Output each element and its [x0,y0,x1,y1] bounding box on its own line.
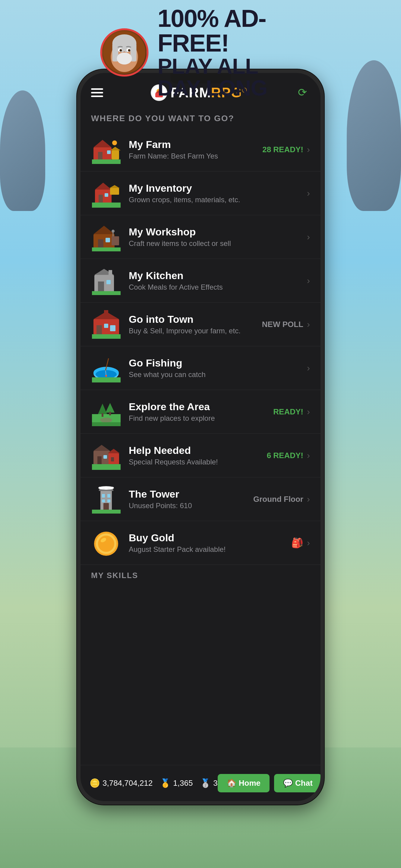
home-label: Home [239,778,260,788]
help-needed-icon [92,441,121,470]
nav-question: WHERE DO YOU WANT TO GO? [91,114,234,123]
svg-rect-42 [106,280,111,284]
svg-rect-28 [92,203,121,208]
gold-value: 1,365 [173,778,193,788]
buy-gold-chevron: › [307,538,310,548]
the-tower-icon [92,485,121,514]
phone-device: FARMRPG® ⟳ WHERE DO YOU WANT TO GO? [77,69,324,805]
my-inventory-subtitle: Grown crops, items, materials, etc. [129,195,307,204]
svg-rect-61 [102,413,103,417]
my-workshop-title: My Workshop [129,226,307,238]
buy-gold-subtitle: August Starter Pack available! [129,545,291,554]
my-kitchen-icon-container [91,266,121,296]
help-needed-icon-container [91,440,121,470]
phone-volume-down-button [77,209,79,236]
my-workshop-content: My Workshop Craft new items to collect o… [129,226,307,248]
menu-item-go-fishing[interactable]: Go Fishing See what you can catch › [81,346,320,390]
top-banner: 100% AD-FREE! PLAY ALL DAY LONG [100,6,301,99]
svg-rect-81 [107,494,110,498]
svg-marker-67 [93,445,110,451]
go-into-town-badge: NEW POLL [262,320,303,329]
avatar-image [103,31,146,73]
svg-rect-27 [104,193,108,197]
menu-item-my-workshop[interactable]: My Workshop Craft new items to collect o… [81,215,320,259]
my-farm-subtitle: Farm Name: Best Farm Yes [129,152,262,160]
go-into-town-subtitle: Buy & Sell, Improve your farm, etc. [129,327,262,335]
svg-rect-82 [102,499,105,502]
special-icon: 🥈 [200,778,211,788]
svg-rect-48 [104,324,108,328]
my-inventory-title: My Inventory [129,182,307,194]
menu-item-go-into-town[interactable]: Go into Town Buy & Sell, Improve your fa… [81,303,320,346]
the-tower-content: The Tower Unused Points: 610 [129,488,253,510]
menu-item-my-inventory[interactable]: My Inventory Grown crops, items, materia… [81,172,320,215]
explore-area-icon-container [91,397,121,427]
svg-rect-34 [105,238,110,242]
menu-item-explore-area[interactable]: Explore the Area Find new places to expl… [81,390,320,434]
chat-label: Chat [295,778,313,788]
help-needed-chevron: › [307,450,310,461]
svg-rect-86 [99,487,114,489]
go-into-town-icon [92,310,121,339]
help-needed-subtitle: Special Requests Available! [129,458,267,466]
scroll-area[interactable]: WHERE DO YOU WANT TO GO? [81,106,320,765]
bg-rocks-right [347,60,401,211]
bg-rocks-left [0,90,45,211]
my-farm-badge: 28 READY! [262,145,303,154]
my-inventory-content: My Inventory Grown crops, items, materia… [129,182,307,204]
go-into-town-chevron: › [307,319,310,330]
my-farm-title: My Farm [129,138,262,150]
svg-point-58 [105,375,107,377]
the-tower-chevron: › [307,494,310,504]
section-header: WHERE DO YOU WANT TO GO? [81,106,320,128]
svg-rect-68 [97,456,102,465]
my-farm-content: My Farm Farm Name: Best Farm Yes [129,138,262,160]
my-kitchen-subtitle: Cook Meals for Active Effects [129,283,307,291]
phone-volume-up-button [77,176,79,203]
chat-button[interactable]: 💬 Chat [274,774,320,792]
menu-item-buy-gold[interactable]: Buy Gold August Starter Pack available! … [81,521,320,565]
svg-rect-50 [92,334,121,339]
my-farm-chevron: › [307,144,310,155]
my-workshop-icon [92,223,121,251]
gold-icon: 🥇 [160,778,171,788]
home-button[interactable]: 🏠 Home [218,774,270,792]
menu-item-my-farm[interactable]: My Farm Farm Name: Best Farm Yes 28 READ… [81,128,320,172]
go-into-town-title: Go into Town [129,313,262,325]
buy-gold-badge: 🎒 [291,537,303,549]
svg-rect-19 [107,150,111,154]
my-kitchen-icon [92,267,121,295]
phone-power-button [322,163,324,187]
menu-item-the-tower[interactable]: The Tower Unused Points: 610 Ground Floo… [81,477,320,521]
currency-group: 🪙 3,784,704,212 🥇 1,365 🥈 3 [90,778,218,788]
go-fishing-content: Go Fishing See what you can catch [129,357,307,379]
banner-title: 100% AD-FREE! [158,6,301,56]
svg-rect-43 [92,291,121,295]
go-fishing-title: Go Fishing [129,357,307,369]
go-into-town-icon-container [91,309,121,339]
my-inventory-icon-container [91,178,121,208]
currency-gold: 🥇 1,365 [160,778,193,788]
silver-icon: 🪙 [90,778,100,788]
svg-point-8 [120,49,122,52]
explore-area-subtitle: Find new places to explore [129,414,273,423]
currency-silver: 🪙 3,784,704,212 [90,778,153,788]
my-kitchen-content: My Kitchen Cook Meals for Active Effects [129,270,307,291]
explore-area-badge: READY! [273,407,303,416]
help-needed-badge: 6 READY! [267,451,303,460]
menu-item-help-needed[interactable]: Help Needed Special Requests Available! … [81,434,320,477]
svg-rect-20 [112,150,119,159]
my-workshop-subtitle: Craft new items to collect or sell [129,239,307,248]
menu-item-my-kitchen[interactable]: My Kitchen Cook Meals for Active Effects… [81,259,320,303]
skills-section: MY SKILLS [81,565,320,591]
banner-text: 100% AD-FREE! PLAY ALL DAY LONG [158,6,301,99]
skills-title: MY SKILLS [91,571,310,580]
svg-marker-30 [110,185,120,188]
explore-area-icon [92,398,121,426]
svg-rect-22 [92,159,121,164]
svg-marker-17 [93,140,112,147]
svg-marker-21 [110,147,121,150]
svg-rect-29 [110,188,119,195]
svg-point-23 [112,141,117,145]
svg-point-38 [112,230,115,233]
